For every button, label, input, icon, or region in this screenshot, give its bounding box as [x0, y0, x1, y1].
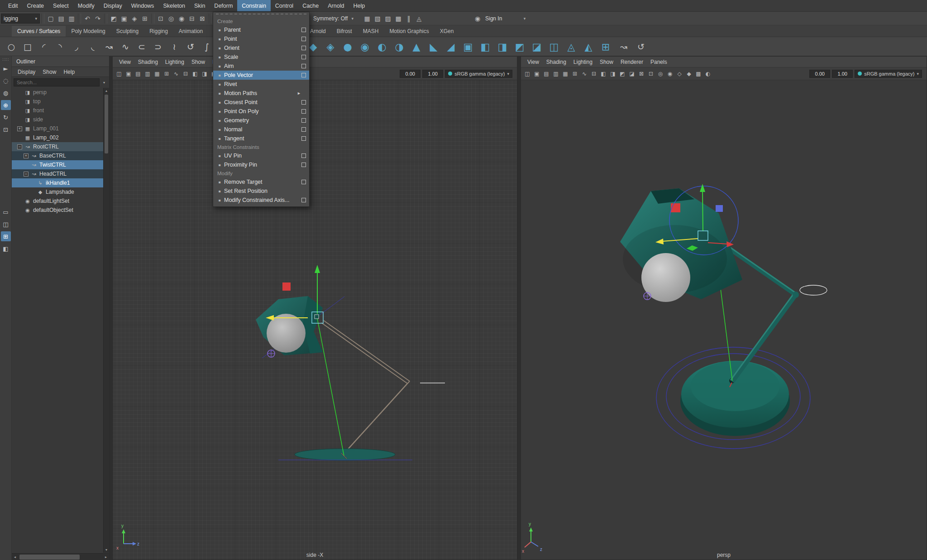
poly-prism-icon[interactable]: ◢	[442, 38, 459, 55]
frame-all-icon[interactable]: ◎	[656, 69, 665, 78]
pole-vector-handle[interactable]	[644, 292, 651, 300]
frame-selection-icon[interactable]: ◉	[665, 69, 674, 78]
scrollbar-thumb[interactable]	[105, 95, 108, 153]
viewport-menu-item[interactable]: Renderer	[617, 59, 647, 65]
option-box[interactable]	[301, 37, 306, 41]
toolbox-grip[interactable]: ∷∷	[2, 58, 9, 61]
camera-attributes-icon[interactable]: ▤	[542, 69, 551, 78]
outliner-filter-dropdown[interactable]: ▾	[101, 81, 107, 85]
menu-set-selector[interactable]: igging ▾	[1, 14, 40, 24]
select-tool-icon[interactable]: ►	[1, 63, 11, 73]
grease-pencil-icon[interactable]: ∿	[580, 69, 589, 78]
nurbs-square-icon[interactable]: □	[20, 39, 35, 54]
scale-tool-icon[interactable]: ⊡	[1, 124, 11, 134]
snap-to-plane-icon[interactable]: ⊟	[187, 14, 197, 24]
outliner-item[interactable]: ◨ top	[12, 97, 103, 106]
poly-soccer-ball-icon[interactable]: ◩	[511, 38, 528, 55]
exposure-field[interactable]: 0.00	[809, 70, 830, 78]
option-box[interactable]	[301, 46, 306, 50]
viewport-menu-item[interactable]: Shading	[543, 59, 570, 65]
shelf-tab[interactable]: Bifrost	[331, 26, 358, 37]
tearoff-handle[interactable]	[216, 14, 306, 16]
highlight-selection-icon[interactable]: ⊞	[140, 14, 150, 24]
single-pane-layout-button[interactable]: ▭	[1, 207, 11, 217]
option-box[interactable]	[301, 153, 306, 158]
select-camera-icon[interactable]: ◫	[523, 69, 532, 78]
constrain-menu-item[interactable]: ▪ Scale ►	[213, 53, 309, 62]
curve-warp-icon[interactable]: ↝	[615, 38, 632, 55]
lasso-tool-icon[interactable]: ◌	[1, 76, 11, 86]
textured-mode-icon[interactable]: ▩	[694, 69, 703, 78]
constrain-menu-item[interactable]: ▪ Tangent ►	[213, 134, 309, 143]
render-settings-icon[interactable]: ▩	[393, 14, 403, 24]
menubar-item[interactable]: Control	[271, 0, 298, 11]
shelf-tab[interactable]: Sculpting	[111, 26, 144, 37]
viewport-menu-item[interactable]: Show	[596, 59, 617, 65]
sign-in-button[interactable]: ◉ Sign In	[473, 14, 502, 24]
safe-action-icon[interactable]: ⊠	[637, 69, 646, 78]
constrain-menu-item[interactable]: ▪ Rivet ►	[213, 80, 309, 89]
menubar-item[interactable]: Modify	[73, 0, 99, 11]
outliner-horizontal-scrollbar[interactable]: ◄ ►	[12, 553, 109, 560]
outliner-item[interactable]: ◨ front	[12, 106, 103, 115]
save-scene-icon[interactable]: ▥	[67, 14, 76, 24]
outliner-item[interactable]: ◆ Lampshade	[12, 187, 103, 196]
grid-toggle-icon[interactable]: ⊟	[589, 69, 598, 78]
poly-cylinder-icon[interactable]: ●	[339, 38, 356, 55]
nurbs-circle-icon[interactable]: ○	[4, 39, 19, 54]
insert-knot-icon[interactable]: ≀	[167, 39, 182, 54]
viewport-persp[interactable]: ViewShadingLightingShowRendererPanels ◫▣…	[521, 56, 927, 560]
paint-select-tool-icon[interactable]: ◍	[1, 88, 11, 98]
shelf-tab[interactable]: MASH	[358, 26, 384, 37]
select-component-icon[interactable]: ◈	[129, 14, 139, 24]
option-box[interactable]	[301, 64, 306, 68]
ep-curve-tool-icon[interactable]: ◝	[53, 39, 68, 54]
viewport-menu-item[interactable]: Shading	[134, 59, 162, 65]
constrain-menu-item[interactable]: ▪ Remove Target ►	[213, 177, 309, 187]
camera-attributes-icon[interactable]: ▤	[134, 69, 143, 78]
two-point-arc-icon[interactable]: ∿	[118, 39, 133, 54]
outliner-item[interactable]: ↳ ikHandle1	[12, 178, 103, 187]
redo-icon[interactable]: ↷	[93, 14, 103, 24]
outliner-item[interactable]: + ↝ BaseCTRL	[12, 151, 103, 160]
constrain-menu-item[interactable]: Matrix Constraints ►	[213, 143, 309, 151]
poly-text-icon[interactable]: ⊞	[597, 38, 614, 55]
gate-mask-icon[interactable]: ◩	[618, 69, 627, 78]
outliner-item[interactable]: ◨ side	[12, 115, 103, 124]
option-box[interactable]	[301, 73, 306, 77]
cv-curve-tool-icon[interactable]: ◜	[36, 39, 52, 54]
gamma-field[interactable]: 1.00	[832, 70, 853, 78]
menubar-item[interactable]: Select	[48, 0, 73, 11]
poly-helix-icon[interactable]: ◧	[477, 38, 494, 55]
outliner-item[interactable]: ◉ defaultObjectSet	[12, 206, 103, 215]
option-box[interactable]	[301, 180, 306, 184]
menubar-item[interactable]: Display	[99, 0, 127, 11]
outliner-vertical-scrollbar[interactable]: ▲ ▼	[103, 88, 109, 553]
lock-camera-icon[interactable]: ▣	[532, 69, 541, 78]
option-box[interactable]	[301, 28, 306, 32]
two-d-pan-zoom-icon[interactable]: ⊞	[570, 69, 579, 78]
option-box[interactable]	[301, 100, 306, 105]
constrain-menu-item[interactable]: ▪ Modify Constrained Axis... ►	[213, 196, 309, 205]
bookmarks-icon[interactable]: ▥	[143, 69, 152, 78]
constrain-menu-item[interactable]: ▪ Aim ►	[213, 62, 309, 71]
three-point-arc-icon[interactable]: ↝	[101, 39, 117, 54]
open-scene-icon[interactable]: ▤	[56, 14, 66, 24]
open-render-view-icon[interactable]: ▦	[362, 14, 372, 24]
shelf-tab[interactable]: Motion Graphics	[384, 26, 434, 37]
viewport-side[interactable]: ViewShadingLightingShowRendererPanels ◫▣…	[112, 56, 517, 560]
poly-superellipse-icon[interactable]: ◪	[528, 38, 545, 55]
view-axis-gizmo[interactable]: y x z	[522, 522, 542, 554]
outliner-item[interactable]: + ▦ Lamp_001	[12, 124, 103, 133]
pole-vector-circle[interactable]	[800, 285, 827, 295]
shelf-tab[interactable]: Poly Modeling	[66, 26, 110, 37]
offset-curve-icon[interactable]: ∫	[199, 39, 215, 54]
constrain-menu-item[interactable]: ▪ Orient ►	[213, 43, 309, 53]
constrain-menu-item[interactable]: ▪ Motion Paths ►	[213, 89, 309, 98]
image-plane-icon[interactable]: ▦	[561, 69, 570, 78]
constrain-menu-item[interactable]: ▪ Parent ►	[213, 25, 309, 34]
select-object-icon[interactable]: ▣	[119, 14, 129, 24]
snap-to-grid-icon[interactable]: ⊡	[156, 14, 166, 24]
colorspace-dropdown[interactable]: sRGB gamma (legacy) ▾	[855, 70, 922, 78]
sign-in-dropdown[interactable]: ▾	[521, 14, 529, 24]
